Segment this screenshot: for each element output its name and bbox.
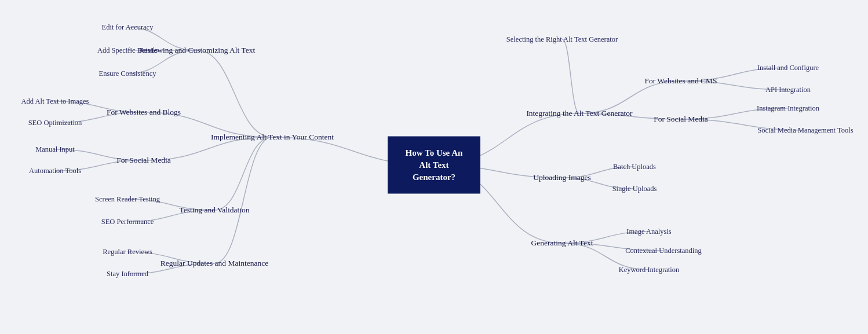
node-social-media-management-tools: Social Media Management Tools [757, 126, 853, 135]
node-install-and-configure: Install and Configure [757, 64, 819, 72]
node-stay-informed: Stay Informed [107, 270, 148, 278]
node-keyword-integration: Keyword Integration [619, 266, 679, 274]
node-regular-reviews: Regular Reviews [103, 248, 152, 256]
node-automation-tools: Automation Tools [29, 167, 81, 175]
node-seo-performance: SEO Performance [101, 218, 154, 226]
node-for-social-media: For Social Media [654, 115, 708, 124]
node-single-uploads: Single Uploads [612, 185, 657, 193]
node-generating-alt-text: Generating Alt Text [531, 238, 593, 248]
node-seo-optimization: SEO Optimization [28, 119, 82, 127]
node-add-specific-details: Add Specific Details [97, 46, 158, 55]
node-screen-reader-testing: Screen Reader Testing [95, 195, 160, 204]
node-for-social-media: For Social Media [116, 156, 171, 165]
node-batch-uploads: Batch Uploads [613, 163, 656, 171]
node-contextual-understanding: Contextual Understanding [625, 247, 702, 255]
node-testing-and-validation: Testing and Validation [179, 205, 249, 215]
node-regular-updates-and-maintenanc: Regular Updates and Maintenance [161, 259, 268, 268]
center-node: How To Use An Alt Text Generator? [388, 137, 480, 194]
node-ensure-consistency: Ensure Consistency [99, 69, 156, 78]
node-image-analysis: Image Analysis [626, 227, 671, 236]
node-add-alt-text-to-images: Add Alt Text to Images [21, 97, 89, 106]
mindmap-container: Implementing Alt Text in Your ContentRev… [0, 0, 868, 334]
node-uploading-images: Uploading Images [533, 173, 590, 182]
node-for-websites-and-blogs: For Websites and Blogs [107, 108, 181, 117]
node-integrating-the-alt-text-gener: Integrating the Alt Text Generator [526, 109, 632, 118]
node-edit-for-accuracy: Edit for Accuracy [102, 23, 154, 32]
node-for-websites-and-cms: For Websites and CMS [644, 76, 717, 86]
node-manual-input: Manual Input [35, 145, 75, 154]
node-api-integration: API Integration [765, 86, 811, 94]
node-instagram-integration: Instagram Integration [757, 104, 819, 113]
node-implementing-alt-text-in-your-: Implementing Alt Text in Your Content [211, 133, 334, 142]
node-selecting-the-right-alt-text-g: Selecting the Right Alt Text Generator [506, 35, 618, 44]
